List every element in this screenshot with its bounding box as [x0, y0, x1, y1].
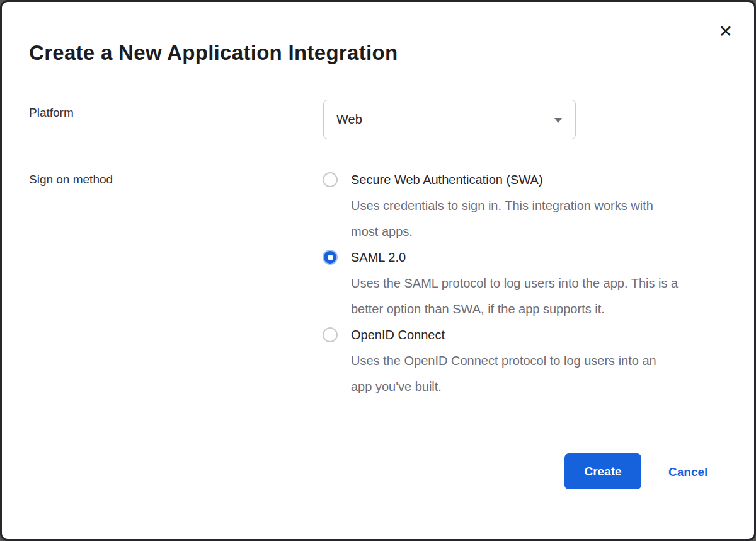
- platform-select-value: Web: [336, 112, 362, 127]
- option-openid-connect[interactable]: OpenID Connect Uses the OpenID Connect p…: [323, 322, 732, 400]
- option-secure-web-authentication[interactable]: Secure Web Authentication (SWA) Uses cre…: [323, 167, 732, 245]
- create-app-integration-dialog: ✕ Create a New Application Integration P…: [0, 0, 756, 541]
- close-icon[interactable]: ✕: [718, 23, 733, 40]
- create-button[interactable]: Create: [564, 453, 641, 489]
- dialog-title: Create a New Application Integration: [29, 41, 398, 65]
- option-openid-description: Uses the OpenID Connect protocol to log …: [351, 348, 679, 400]
- chevron-down-icon: [554, 118, 562, 123]
- option-saml-label: SAML 2.0: [351, 245, 679, 270]
- platform-select[interactable]: Web: [323, 100, 576, 139]
- sign-on-method-label: Sign on method: [29, 173, 113, 187]
- radio-openid-icon[interactable]: [323, 327, 338, 342]
- option-swa-label: Secure Web Authentication (SWA): [351, 167, 679, 193]
- cancel-button[interactable]: Cancel: [668, 465, 707, 479]
- platform-label: Platform: [29, 106, 74, 120]
- option-swa-description: Uses credentials to sign in. This integr…: [351, 193, 679, 245]
- radio-swa-icon[interactable]: [323, 172, 338, 187]
- option-saml-2-0[interactable]: SAML 2.0 Uses the SAML protocol to log u…: [323, 245, 732, 322]
- option-saml-description: Uses the SAML protocol to log users into…: [351, 270, 679, 322]
- option-openid-label: OpenID Connect: [351, 322, 679, 348]
- sign-on-method-options: Secure Web Authentication (SWA) Uses cre…: [323, 167, 732, 400]
- radio-saml-icon[interactable]: [323, 250, 338, 265]
